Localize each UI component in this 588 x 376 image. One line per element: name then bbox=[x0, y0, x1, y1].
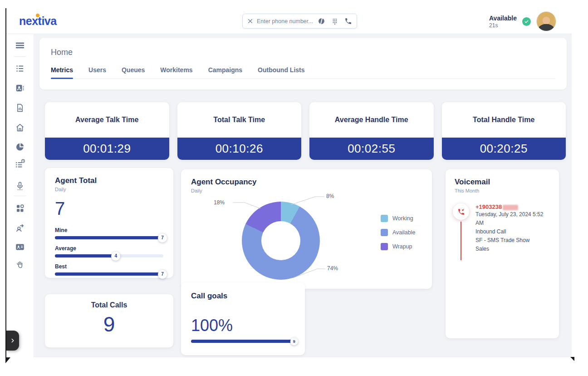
legend-label: Available bbox=[392, 229, 416, 236]
card-title: Voicemail bbox=[455, 178, 550, 187]
caller-number[interactable]: +1903238 bbox=[475, 203, 550, 210]
page-header-panel: Home Metrics Users Queues Workitems Camp… bbox=[39, 38, 567, 89]
page-title: Home bbox=[51, 48, 555, 57]
timeline-line bbox=[461, 222, 461, 260]
kpi-card-average-talk-time: Average Talk Time 00:01:29 bbox=[45, 102, 169, 160]
chart-legend: Working Available Wrapup bbox=[381, 215, 416, 257]
home-icon[interactable] bbox=[15, 123, 25, 134]
nextiva-logo[interactable]: nextiva bbox=[19, 15, 57, 28]
queue-list-icon[interactable] bbox=[15, 64, 25, 75]
tab-metrics[interactable]: Metrics bbox=[51, 66, 73, 79]
card-title: Total Calls bbox=[91, 301, 127, 309]
card-title: Call goals bbox=[191, 292, 295, 301]
kpi-value: 00:01:29 bbox=[45, 138, 169, 160]
clear-icon[interactable] bbox=[247, 18, 253, 24]
call-icon[interactable] bbox=[344, 17, 352, 25]
voicemail-queue: Sales bbox=[475, 245, 550, 253]
redacted-number bbox=[503, 205, 518, 210]
app-window: nextiva Available bbox=[5, 8, 572, 358]
card-period: Daily bbox=[55, 187, 163, 192]
interaction-history-icon[interactable] bbox=[15, 158, 25, 171]
voicemail-call-type: Inbound Call bbox=[475, 228, 550, 236]
status-duration: 21s bbox=[489, 22, 517, 29]
dialer-bar[interactable] bbox=[242, 14, 357, 29]
user-avatar[interactable] bbox=[536, 11, 556, 31]
bar-row-mine: Mine 7 bbox=[55, 227, 163, 239]
sidebar-divider bbox=[14, 56, 26, 57]
kpi-card-average-handle-time: Average Handle Time 00:02:55 bbox=[309, 102, 434, 160]
kpi-title: Average Talk Time bbox=[45, 102, 169, 138]
legend-label: Wrapup bbox=[392, 243, 412, 250]
kpi-value: 00:20:25 bbox=[442, 138, 566, 160]
status-check-icon bbox=[522, 17, 531, 26]
total-calls-card: Total Calls 9 bbox=[45, 294, 173, 347]
agent-status[interactable]: Available 21s bbox=[489, 11, 556, 31]
kpi-card-total-talk-time: Total Talk Time 00:10:26 bbox=[177, 102, 302, 160]
voicemail-card: Voicemail This Month +1903238 Tuesday, J… bbox=[446, 169, 559, 338]
tab-workitems[interactable]: Workitems bbox=[160, 66, 192, 79]
voicemail-campaign: SF - SMS Trade Show bbox=[475, 236, 550, 245]
kpi-value: 00:02:55 bbox=[309, 138, 434, 160]
occupancy-donut-chart bbox=[242, 202, 320, 280]
agent-total-card: Agent Total Daily 7 Mine 7 Average bbox=[45, 168, 173, 278]
tab-users[interactable]: Users bbox=[88, 66, 106, 79]
kpi-title: Total Talk Time bbox=[177, 102, 302, 138]
call-goals-card: Call goals 100% 9 bbox=[181, 282, 305, 355]
slice-label-working: 8% bbox=[326, 193, 334, 199]
person-arrow-icon[interactable] bbox=[15, 223, 25, 234]
expand-panel-button[interactable] bbox=[6, 331, 19, 351]
agent-total-bars: Mine 7 Average 4 Best bbox=[55, 227, 163, 276]
legend-swatch bbox=[381, 229, 388, 236]
hand-wave-icon[interactable] bbox=[15, 260, 25, 271]
total-calls-value: 9 bbox=[103, 312, 115, 336]
sidebar-divider bbox=[14, 196, 26, 196]
top-bar: nextiva Available bbox=[6, 8, 572, 34]
progress-badge: 7 bbox=[158, 270, 167, 279]
legend-swatch bbox=[381, 215, 388, 222]
legend-label: Working bbox=[392, 215, 413, 222]
tab-queues[interactable]: Queues bbox=[122, 66, 145, 79]
bar-label: Best bbox=[55, 263, 163, 270]
progress-badge: 9 bbox=[290, 337, 298, 345]
kpi-value: 00:10:26 bbox=[177, 138, 302, 160]
id-card-icon[interactable] bbox=[15, 242, 25, 254]
left-sidebar bbox=[6, 34, 34, 357]
tab-outbound-lists[interactable]: Outbound Lists bbox=[258, 66, 304, 79]
bar-row-best: Best 7 bbox=[55, 263, 163, 276]
donut-hole bbox=[261, 221, 300, 260]
inbound-call-icon[interactable] bbox=[453, 203, 469, 220]
slice-label-available: 74% bbox=[327, 265, 338, 272]
bar-label: Mine bbox=[55, 227, 163, 233]
progress-bar: 7 bbox=[55, 272, 163, 276]
app-blocks-icon[interactable] bbox=[15, 203, 25, 215]
main-content: Home Metrics Users Queues Workitems Camp… bbox=[34, 34, 572, 357]
microphone-icon[interactable] bbox=[15, 181, 25, 193]
call-goals-value: 100% bbox=[191, 316, 295, 335]
card-title: Agent Total bbox=[55, 176, 163, 185]
kpi-row: Average Talk Time 00:01:29 Total Talk Ti… bbox=[45, 102, 566, 160]
voicemail-entry[interactable]: +1903238 Tuesday, July 23, 2024 5:52 AM … bbox=[455, 203, 550, 253]
progress-bar: 7 bbox=[55, 236, 163, 239]
legend-swatch bbox=[381, 243, 388, 250]
phone-number-input[interactable] bbox=[257, 18, 314, 25]
logo-dot-icon bbox=[36, 14, 39, 17]
card-period: This Month bbox=[455, 188, 550, 193]
kpi-card-total-handle-time: Total Handle Time 00:20:25 bbox=[442, 102, 566, 160]
status-label: Available bbox=[489, 15, 517, 22]
contact-card-icon[interactable] bbox=[15, 83, 25, 95]
agent-total-value: 7 bbox=[55, 198, 163, 219]
menu-icon[interactable] bbox=[15, 40, 25, 53]
tab-campaigns[interactable]: Campaigns bbox=[208, 66, 242, 79]
dialer-actions bbox=[318, 17, 352, 25]
pie-chart-icon[interactable] bbox=[15, 142, 25, 153]
voicemail-timestamp: Tuesday, July 23, 2024 5:52 AM bbox=[475, 210, 550, 228]
split-circle-icon[interactable] bbox=[318, 17, 325, 25]
legend-item-available: Available bbox=[381, 229, 416, 236]
agent-occupancy-card: Agent Occupancy Daily 8% 18% 74% bbox=[181, 169, 432, 289]
report-document-icon[interactable] bbox=[15, 103, 25, 114]
kpi-title: Total Handle Time bbox=[442, 102, 566, 138]
slice-label-wrapup: 18% bbox=[214, 199, 225, 206]
dialpad-icon[interactable] bbox=[331, 18, 338, 25]
progress-badge: 7 bbox=[158, 233, 167, 242]
chart-period: Daily bbox=[191, 188, 422, 193]
